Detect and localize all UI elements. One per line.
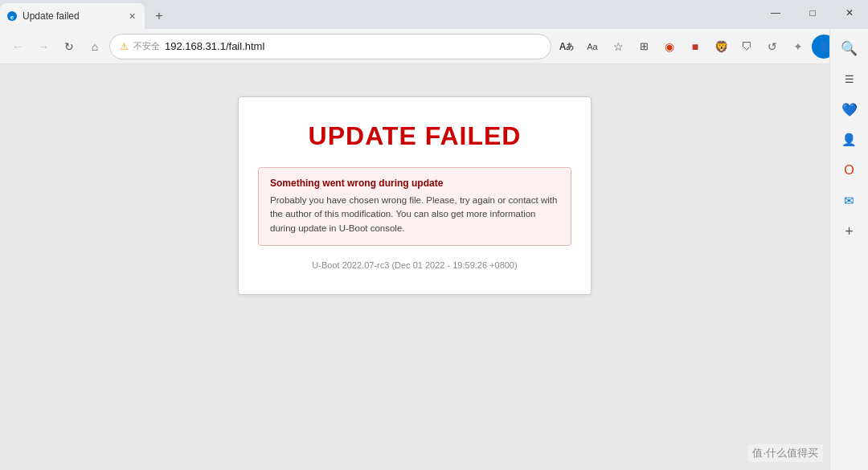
ext3-icon[interactable]: 🦁 (709, 35, 733, 59)
sidebar-menu-icon[interactable]: ☰ (837, 66, 862, 92)
sidebar-email-icon[interactable]: ✉ (837, 188, 862, 214)
minimize-button[interactable]: — (757, 0, 794, 26)
sidebar-add-icon[interactable]: + (837, 219, 862, 244)
sidebar-search-icon[interactable]: 🔍 (837, 35, 862, 61)
window-controls: — □ ✕ (757, 0, 868, 29)
tab-favicon: e (6, 10, 18, 22)
address-bar-row: ← → ↻ ⌂ ⚠ 不安全 192.168.31.1/fail.html Aあ … (0, 29, 868, 64)
content-area: UPDATE FAILED Something went wrong durin… (0, 64, 868, 470)
insecure-label: 不安全 (133, 40, 160, 52)
reader-button[interactable]: Aa (580, 35, 604, 59)
tab-title: Update failed (23, 10, 121, 22)
translate-button[interactable]: Aあ (555, 35, 579, 59)
tab-bar: e Update failed ✕ + — □ ✕ (0, 0, 868, 29)
error-box: Something went wrong during update Proba… (258, 167, 571, 246)
error-box-heading: Something went wrong during update (270, 178, 559, 189)
maximize-button[interactable]: □ (794, 0, 831, 26)
page-card: UPDATE FAILED Something went wrong durin… (238, 96, 592, 295)
page-title: UPDATE FAILED (258, 121, 571, 151)
error-box-body: Probably you have chosen wrong file. Ple… (270, 194, 559, 235)
sidebar-favorites-icon[interactable]: 💙 (837, 96, 862, 122)
watermark: 值·什么值得买 (747, 444, 823, 462)
sidebar-downloads-icon[interactable]: 👤 (837, 127, 862, 153)
favorites-button[interactable]: ☆ (606, 35, 630, 59)
insecure-warning-icon: ⚠ (120, 41, 129, 52)
svg-text:e: e (10, 14, 14, 21)
ext2-icon[interactable]: ■ (683, 35, 707, 59)
right-sidebar: 🔍 ☰ 💙 👤 O ✉ + (829, 29, 868, 470)
new-tab-button[interactable]: + (148, 5, 170, 27)
ext4-icon[interactable]: ⛉ (735, 35, 759, 59)
forward-button[interactable]: → (32, 35, 55, 58)
sidebar-office-icon[interactable]: O (837, 157, 862, 183)
home-button[interactable]: ⌂ (84, 35, 106, 58)
toolbar-icons: Aあ Aa ☆ ⊞ ◉ ■ 🦁 ⛉ ↺ ✦ 👤 … (555, 35, 862, 59)
ext5-icon[interactable]: ↺ (760, 35, 784, 59)
collections-button[interactable]: ⊞ (632, 35, 656, 59)
refresh-button[interactable]: ↻ (58, 35, 80, 58)
footer-text: U-Boot 2022.07-rc3 (Dec 01 2022 - 19:59:… (258, 260, 571, 270)
url-text: 192.168.31.1/fail.html (165, 40, 541, 52)
tab-close-button[interactable]: ✕ (125, 10, 138, 22)
ext6-icon[interactable]: ✦ (786, 35, 810, 59)
active-tab[interactable]: e Update failed ✕ (0, 3, 145, 29)
address-bar[interactable]: ⚠ 不安全 192.168.31.1/fail.html (109, 34, 551, 59)
close-button[interactable]: ✕ (831, 0, 868, 26)
back-button[interactable]: ← (6, 35, 29, 58)
ext1-icon[interactable]: ◉ (657, 35, 682, 59)
